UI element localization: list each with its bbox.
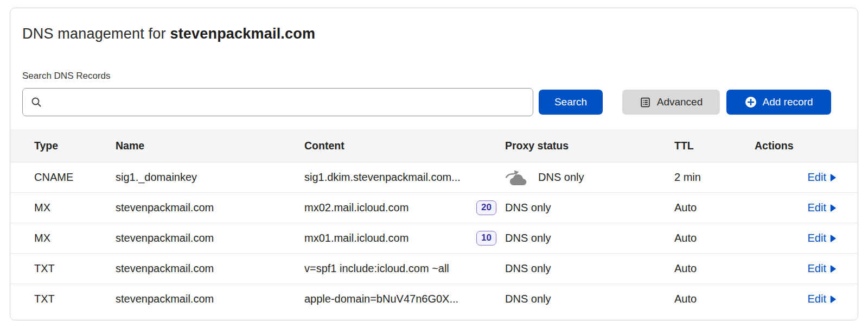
- record-actions-cell: Edit: [755, 293, 836, 305]
- search-box[interactable]: [22, 88, 533, 116]
- search-input[interactable]: [48, 89, 525, 116]
- proxy-status-cell: DNS only: [505, 169, 674, 186]
- domain-name: stevenpackmail.com: [170, 26, 315, 42]
- record-content: v=spf1 include:icloud.com ~all: [304, 262, 449, 275]
- record-ttl: Auto: [674, 232, 755, 244]
- record-actions-cell: Edit: [755, 262, 836, 275]
- dns-management-card: DNS management for stevenpackmail.com Se…: [10, 8, 858, 320]
- proxy-status-text: DNS only: [538, 171, 584, 184]
- record-content-cell: mx01.mail.icloud.com 10: [304, 231, 505, 245]
- record-content: sig1.dkim.stevenpackmail.com...: [304, 171, 461, 184]
- column-header-type: Type: [34, 140, 116, 152]
- proxy-status-cell: DNS only: [505, 232, 674, 244]
- record-content: apple-domain=bNuV47n6G0X...: [304, 293, 458, 305]
- record-type: MX: [34, 202, 116, 214]
- proxy-status-cell: DNS only: [505, 202, 674, 214]
- edit-button[interactable]: Edit: [808, 171, 836, 184]
- column-header-actions: Actions: [755, 140, 836, 152]
- table-row: MX stevenpackmail.com mx02.mail.icloud.c…: [10, 192, 858, 223]
- record-content: mx01.mail.icloud.com: [304, 232, 409, 244]
- edit-button[interactable]: Edit: [808, 293, 836, 305]
- caret-right-icon: [830, 295, 836, 303]
- table-row: MX stevenpackmail.com mx01.mail.icloud.c…: [10, 223, 858, 253]
- record-actions-cell: Edit: [755, 202, 836, 214]
- record-content-cell: sig1.dkim.stevenpackmail.com...: [304, 171, 505, 184]
- dns-only-cloud-icon: [505, 169, 529, 186]
- proxy-status-text: DNS only: [505, 293, 551, 305]
- proxy-status-text: DNS only: [505, 262, 551, 275]
- record-ttl: Auto: [674, 293, 755, 305]
- record-content-cell: apple-domain=bNuV47n6G0X...: [304, 293, 505, 305]
- record-name: stevenpackmail.com: [116, 262, 304, 275]
- proxy-status-cell: DNS only: [505, 262, 674, 275]
- edit-button[interactable]: Edit: [808, 232, 836, 244]
- caret-right-icon: [830, 204, 836, 212]
- proxy-status-text: DNS only: [505, 232, 551, 244]
- advanced-button-label: Advanced: [657, 96, 703, 108]
- record-ttl: Auto: [674, 202, 755, 214]
- list-document-icon: [640, 97, 651, 108]
- record-name: stevenpackmail.com: [116, 202, 304, 214]
- proxy-status-text: DNS only: [505, 202, 551, 214]
- caret-right-icon: [830, 174, 836, 181]
- column-header-ttl: TTL: [674, 140, 755, 152]
- record-type: CNAME: [34, 171, 116, 184]
- record-name: stevenpackmail.com: [116, 293, 304, 305]
- search-icon: [30, 96, 42, 108]
- column-header-content: Content: [304, 140, 505, 152]
- dns-records-table: Type Name Content Proxy status TTL Actio…: [10, 129, 858, 314]
- caret-right-icon: [830, 265, 836, 273]
- add-record-button-label: Add record: [763, 96, 813, 108]
- mx-priority-badge: 10: [476, 231, 496, 245]
- table-body: CNAME sig1._domainkey sig1.dkim.stevenpa…: [10, 162, 858, 314]
- column-header-name: Name: [116, 140, 304, 152]
- table-row: TXT stevenpackmail.com v=spf1 include:ic…: [10, 253, 858, 284]
- record-content: mx02.mail.icloud.com: [304, 202, 409, 214]
- table-row: TXT stevenpackmail.com apple-domain=bNuV…: [10, 284, 858, 314]
- record-actions-cell: Edit: [755, 232, 836, 244]
- proxy-status-cell: DNS only: [505, 293, 674, 305]
- edit-button-label: Edit: [808, 171, 826, 184]
- record-content-cell: v=spf1 include:icloud.com ~all: [304, 262, 505, 275]
- search-label: Search DNS Records: [22, 71, 858, 81]
- record-name: sig1._domainkey: [116, 171, 304, 184]
- advanced-button[interactable]: Advanced: [622, 90, 720, 115]
- table-header-row: Type Name Content Proxy status TTL Actio…: [10, 129, 858, 162]
- record-ttl: Auto: [674, 262, 755, 275]
- column-header-proxy-status: Proxy status: [505, 140, 674, 152]
- dns-toolbar: Search Advanced Add record: [22, 88, 858, 116]
- add-record-button[interactable]: Add record: [726, 90, 831, 115]
- edit-button-label: Edit: [808, 232, 826, 244]
- record-actions-cell: Edit: [755, 171, 836, 184]
- page-title: DNS management for stevenpackmail.com: [22, 26, 858, 42]
- caret-right-icon: [830, 235, 836, 242]
- edit-button[interactable]: Edit: [808, 202, 836, 214]
- edit-button-label: Edit: [808, 202, 826, 214]
- record-type: TXT: [34, 262, 116, 275]
- plus-circle-icon: [745, 96, 757, 108]
- table-row: CNAME sig1._domainkey sig1.dkim.stevenpa…: [10, 162, 858, 192]
- edit-button-label: Edit: [808, 293, 826, 305]
- page-title-prefix: DNS management for: [22, 26, 170, 42]
- edit-button[interactable]: Edit: [808, 262, 836, 275]
- record-type: MX: [34, 232, 116, 244]
- record-type: TXT: [34, 293, 116, 305]
- edit-button-label: Edit: [808, 262, 826, 275]
- record-content-cell: mx02.mail.icloud.com 20: [304, 200, 505, 215]
- search-button[interactable]: Search: [539, 90, 603, 115]
- record-name: stevenpackmail.com: [116, 232, 304, 244]
- record-ttl: 2 min: [674, 171, 755, 184]
- mx-priority-badge: 20: [476, 200, 496, 215]
